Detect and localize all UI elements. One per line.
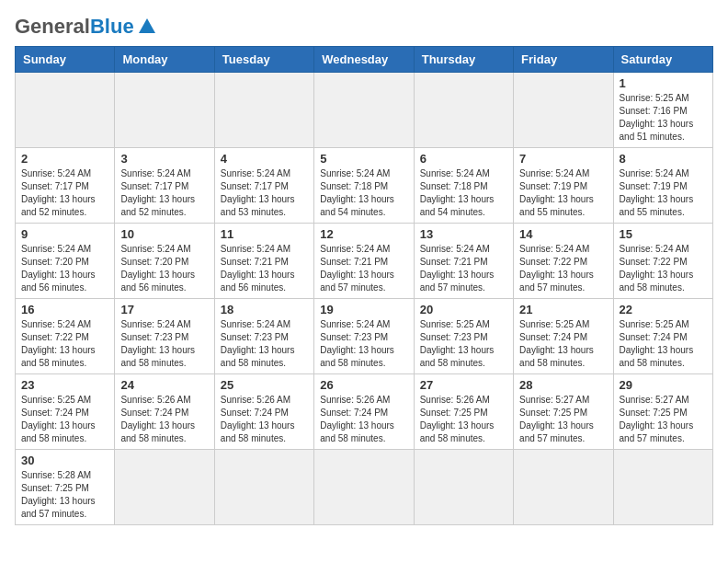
logo-triangle-icon (137, 17, 157, 37)
weekday-header-saturday: Saturday (613, 47, 712, 73)
calendar-day-12: 12Sunrise: 5:24 AMSunset: 7:21 PMDayligh… (314, 224, 414, 299)
day-info: Sunrise: 5:24 AMSunset: 7:23 PMDaylight:… (320, 318, 407, 370)
day-info: Sunrise: 5:25 AMSunset: 7:24 PMDaylight:… (21, 394, 108, 445)
calendar-day-27: 27Sunrise: 5:26 AMSunset: 7:25 PMDayligh… (414, 374, 513, 450)
day-number: 24 (120, 378, 208, 392)
calendar-row: 2Sunrise: 5:24 AMSunset: 7:17 PMDaylight… (16, 148, 713, 224)
weekday-header-wednesday: Wednesday (314, 47, 414, 73)
calendar-day-15: 15Sunrise: 5:24 AMSunset: 7:22 PMDayligh… (613, 224, 712, 299)
day-number: 3 (120, 152, 208, 166)
day-number: 22 (620, 303, 707, 316)
weekday-header-row: SundayMondayTuesdayWednesdayThursdayFrid… (16, 47, 713, 73)
day-number: 11 (221, 227, 308, 241)
day-number: 6 (420, 152, 507, 166)
day-number: 12 (320, 227, 407, 241)
weekday-header-thursday: Thursday (414, 47, 513, 73)
day-info: Sunrise: 5:26 AMSunset: 7:24 PMDaylight:… (221, 394, 308, 445)
day-number: 17 (120, 303, 208, 316)
day-info: Sunrise: 5:24 AMSunset: 7:21 PMDaylight:… (420, 243, 507, 294)
day-info: Sunrise: 5:25 AMSunset: 7:24 PMDaylight:… (519, 318, 607, 370)
day-number: 7 (519, 152, 607, 166)
calendar-body: 1Sunrise: 5:25 AMSunset: 7:16 PMDaylight… (16, 73, 713, 525)
day-number: 16 (21, 303, 108, 316)
calendar-day-8: 8Sunrise: 5:24 AMSunset: 7:19 PMDaylight… (613, 148, 712, 224)
calendar-day-10: 10Sunrise: 5:24 AMSunset: 7:20 PMDayligh… (115, 224, 214, 299)
day-info: Sunrise: 5:25 AMSunset: 7:23 PMDaylight:… (420, 318, 507, 370)
day-info: Sunrise: 5:24 AMSunset: 7:22 PMDaylight:… (519, 243, 607, 294)
day-info: Sunrise: 5:24 AMSunset: 7:21 PMDaylight:… (221, 243, 308, 294)
calendar-day-16: 16Sunrise: 5:24 AMSunset: 7:22 PMDayligh… (16, 299, 115, 374)
calendar-empty (414, 450, 513, 525)
calendar-day-26: 26Sunrise: 5:26 AMSunset: 7:24 PMDayligh… (314, 374, 414, 450)
day-info: Sunrise: 5:24 AMSunset: 7:19 PMDaylight:… (519, 167, 607, 219)
calendar-day-23: 23Sunrise: 5:25 AMSunset: 7:24 PMDayligh… (16, 374, 115, 450)
day-number: 18 (221, 303, 308, 316)
calendar-empty (314, 450, 414, 525)
calendar-day-20: 20Sunrise: 5:25 AMSunset: 7:23 PMDayligh… (414, 299, 513, 374)
day-number: 28 (519, 378, 607, 392)
calendar-day-19: 19Sunrise: 5:24 AMSunset: 7:23 PMDayligh… (314, 299, 414, 374)
calendar-day-30: 30Sunrise: 5:28 AMSunset: 7:25 PMDayligh… (16, 450, 115, 525)
calendar-day-9: 9Sunrise: 5:24 AMSunset: 7:20 PMDaylight… (16, 224, 115, 299)
calendar-empty (214, 73, 313, 148)
day-number: 8 (620, 152, 707, 166)
day-number: 1 (620, 76, 707, 90)
day-number: 27 (420, 378, 507, 392)
day-number: 20 (420, 303, 507, 316)
day-info: Sunrise: 5:24 AMSunset: 7:17 PMDaylight:… (221, 167, 308, 219)
day-number: 21 (519, 303, 607, 316)
day-info: Sunrise: 5:24 AMSunset: 7:18 PMDaylight:… (420, 167, 507, 219)
day-number: 19 (320, 303, 407, 316)
day-info: Sunrise: 5:24 AMSunset: 7:17 PMDaylight:… (21, 167, 108, 219)
calendar-day-18: 18Sunrise: 5:24 AMSunset: 7:23 PMDayligh… (214, 299, 313, 374)
day-info: Sunrise: 5:25 AMSunset: 7:24 PMDaylight:… (620, 318, 707, 370)
calendar-empty (514, 73, 613, 148)
calendar-row: 9Sunrise: 5:24 AMSunset: 7:20 PMDaylight… (16, 224, 713, 299)
day-info: Sunrise: 5:24 AMSunset: 7:22 PMDaylight:… (21, 318, 108, 370)
calendar-day-11: 11Sunrise: 5:24 AMSunset: 7:21 PMDayligh… (214, 224, 313, 299)
calendar-day-21: 21Sunrise: 5:25 AMSunset: 7:24 PMDayligh… (514, 299, 613, 374)
weekday-header-friday: Friday (514, 47, 613, 73)
calendar-empty (514, 450, 613, 525)
calendar-row: 23Sunrise: 5:25 AMSunset: 7:24 PMDayligh… (16, 374, 713, 450)
day-number: 13 (420, 227, 507, 241)
calendar-empty (115, 73, 214, 148)
calendar-day-17: 17Sunrise: 5:24 AMSunset: 7:23 PMDayligh… (115, 299, 214, 374)
weekday-header-sunday: Sunday (16, 47, 115, 73)
day-number: 15 (620, 227, 707, 241)
calendar-day-2: 2Sunrise: 5:24 AMSunset: 7:17 PMDaylight… (16, 148, 115, 224)
day-info: Sunrise: 5:24 AMSunset: 7:23 PMDaylight:… (120, 318, 208, 370)
calendar-empty (16, 73, 115, 148)
day-info: Sunrise: 5:27 AMSunset: 7:25 PMDaylight:… (519, 394, 607, 445)
day-info: Sunrise: 5:26 AMSunset: 7:24 PMDaylight:… (120, 394, 208, 445)
calendar-day-5: 5Sunrise: 5:24 AMSunset: 7:18 PMDaylight… (314, 148, 414, 224)
day-number: 25 (221, 378, 308, 392)
logo-general: General (15, 15, 90, 39)
day-info: Sunrise: 5:24 AMSunset: 7:20 PMDaylight:… (120, 243, 208, 294)
day-number: 2 (21, 152, 108, 166)
calendar-day-28: 28Sunrise: 5:27 AMSunset: 7:25 PMDayligh… (514, 374, 613, 450)
day-number: 14 (519, 227, 607, 241)
day-number: 29 (620, 378, 707, 392)
calendar-day-25: 25Sunrise: 5:26 AMSunset: 7:24 PMDayligh… (214, 374, 313, 450)
day-number: 26 (320, 378, 407, 392)
calendar-empty (314, 73, 414, 148)
calendar-day-13: 13Sunrise: 5:24 AMSunset: 7:21 PMDayligh… (414, 224, 513, 299)
calendar-empty (414, 73, 513, 148)
calendar-day-14: 14Sunrise: 5:24 AMSunset: 7:22 PMDayligh… (514, 224, 613, 299)
weekday-header-monday: Monday (115, 47, 214, 73)
day-info: Sunrise: 5:24 AMSunset: 7:18 PMDaylight:… (320, 167, 407, 219)
day-number: 5 (320, 152, 407, 166)
calendar-day-29: 29Sunrise: 5:27 AMSunset: 7:25 PMDayligh… (613, 374, 712, 450)
calendar-empty (613, 450, 712, 525)
day-number: 30 (21, 454, 108, 467)
svg-marker-0 (139, 18, 155, 33)
day-info: Sunrise: 5:24 AMSunset: 7:19 PMDaylight:… (620, 167, 707, 219)
calendar-day-4: 4Sunrise: 5:24 AMSunset: 7:17 PMDaylight… (214, 148, 313, 224)
day-info: Sunrise: 5:24 AMSunset: 7:21 PMDaylight:… (320, 243, 407, 294)
day-info: Sunrise: 5:24 AMSunset: 7:23 PMDaylight:… (221, 318, 308, 370)
day-number: 23 (21, 378, 108, 392)
day-info: Sunrise: 5:26 AMSunset: 7:25 PMDaylight:… (420, 394, 507, 445)
day-number: 10 (120, 227, 208, 241)
calendar-day-24: 24Sunrise: 5:26 AMSunset: 7:24 PMDayligh… (115, 374, 214, 450)
